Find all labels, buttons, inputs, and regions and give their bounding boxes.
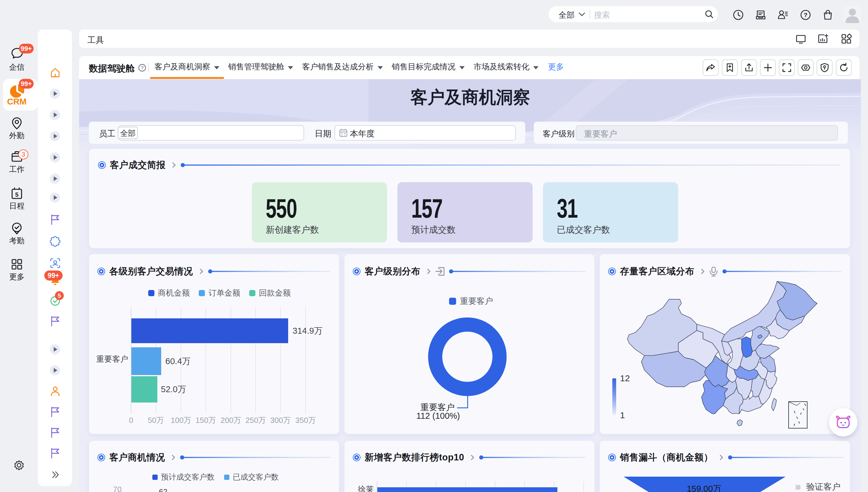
svg-text:60.4万: 60.4万	[165, 356, 190, 366]
svg-text:徐莱: 徐莱	[358, 485, 374, 492]
svg-text:50万: 50万	[148, 416, 164, 425]
svg-text:314.9万: 314.9万	[292, 326, 323, 336]
svg-text:?: ?	[141, 65, 144, 71]
svg-text:0: 0	[129, 416, 133, 425]
svg-text:250万: 250万	[245, 416, 266, 425]
svg-text:100万: 100万	[171, 416, 191, 425]
svg-text:159.00万: 159.00万	[687, 484, 721, 492]
svg-text:重要客户: 重要客户	[96, 355, 128, 364]
svg-text:200万: 200万	[221, 416, 241, 425]
svg-text:350万: 350万	[295, 416, 315, 425]
svg-text:?: ?	[803, 11, 808, 18]
svg-text:5: 5	[15, 191, 18, 198]
svg-text:300万: 300万	[270, 416, 290, 425]
svg-text:150万: 150万	[196, 416, 216, 425]
svg-text:验证客户: 验证客户	[806, 482, 841, 491]
svg-text:52.0万: 52.0万	[161, 385, 186, 394]
